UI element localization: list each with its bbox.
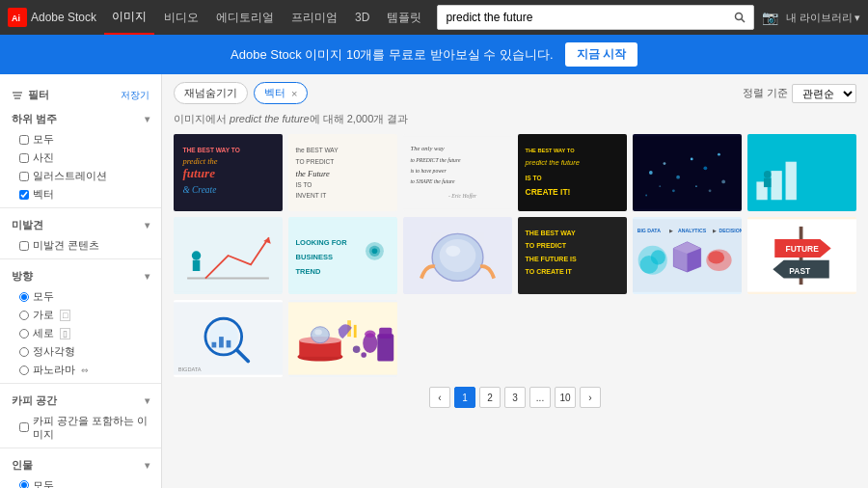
image-card-5[interactable] xyxy=(633,134,742,211)
svg-text:IS TO: IS TO xyxy=(526,175,542,181)
svg-point-82 xyxy=(708,251,724,263)
image-card-1[interactable]: THE BEST WAY TO predict the future & Cre… xyxy=(174,134,283,211)
image-card-4[interactable]: THE BEST WAY TO predict the future IS TO… xyxy=(518,134,627,211)
svg-text:THE BEST WAY TO: THE BEST WAY TO xyxy=(526,148,576,153)
subcategory-all[interactable]: 모두 xyxy=(0,130,161,149)
svg-text:to PREDICT the future: to PREDICT the future xyxy=(411,157,461,163)
image-card-3[interactable]: The only way to PREDICT the future is to… xyxy=(403,134,512,211)
image-card-10[interactable]: THE BEST WAY TO PREDICT THE FUTURE IS TO… xyxy=(518,217,627,294)
image-7-svg xyxy=(174,217,283,294)
people-chevron: ▾ xyxy=(145,460,149,471)
filter-chip-vector-remove[interactable]: × xyxy=(291,88,297,99)
image-card-8[interactable]: LOOKING FOR BUSINESS TREND xyxy=(288,217,397,294)
orientation-portrait[interactable]: 세로 ▯ xyxy=(0,324,161,342)
nav-templates[interactable]: 템플릿 xyxy=(379,0,429,35)
svg-text:THE FUTURE IS: THE FUTURE IS xyxy=(526,256,578,262)
save-filter-label[interactable]: 저장기 xyxy=(121,89,149,102)
svg-text:BIG DATA: BIG DATA xyxy=(637,228,661,233)
banner-cta-button[interactable]: 지금 시작 xyxy=(565,42,637,67)
svg-point-32 xyxy=(676,176,680,179)
orientation-all-radio[interactable] xyxy=(19,292,29,302)
page-2-button[interactable]: 2 xyxy=(479,387,501,408)
copy-space-label: 카피 공간 xyxy=(12,393,57,408)
library-button[interactable]: 내 라이브러리 ▾ xyxy=(786,11,860,25)
orientation-portrait-radio[interactable] xyxy=(19,329,29,339)
svg-text:BIGDATA: BIGDATA xyxy=(178,366,202,372)
sidebar-filter-header: 필터 저장기 xyxy=(0,82,161,106)
subcategory-illustration[interactable]: 일러스트레이션 xyxy=(0,167,161,185)
image-card-11[interactable]: BIG DATA ▶ ANALYTICS ▶ DECISIONS xyxy=(633,217,742,294)
orientation-header[interactable]: 방향 ▾ xyxy=(0,263,161,287)
svg-point-38 xyxy=(672,189,675,192)
page-last-button[interactable]: 10 xyxy=(555,387,576,408)
sort-select[interactable]: 관련순 최신순 인기순 xyxy=(792,84,856,103)
image-card-7[interactable] xyxy=(174,217,283,294)
undiscovered-checkbox[interactable] xyxy=(19,241,29,251)
copy-space-checkbox-item[interactable]: 카피 공간을 포함하는 이미지 xyxy=(0,412,161,444)
banner-text: Adobe Stock 이미지 10개를 무료로 받아보실 수 있습니다. xyxy=(231,46,553,64)
people-all-radio[interactable] xyxy=(19,480,29,488)
nav-premium[interactable]: 프리미엄 xyxy=(284,0,345,35)
image-card-12[interactable]: FUTURE PAST xyxy=(747,217,856,294)
orientation-all-label: 모두 xyxy=(33,289,54,304)
svg-text:Ai: Ai xyxy=(12,14,20,23)
nav-images[interactable]: 이미지 xyxy=(104,0,154,35)
image-card-2[interactable]: the BEST WAY TO PREDICT the Future IS TO… xyxy=(288,134,397,211)
filter-label: 필터 xyxy=(12,88,49,102)
svg-text:▶: ▶ xyxy=(713,228,717,233)
nav-editorial[interactable]: 에디토리얼 xyxy=(208,0,282,35)
subcategory-illustration-label: 일러스트레이션 xyxy=(33,169,107,183)
orientation-portrait-label: 세로 xyxy=(33,326,54,340)
nav-video[interactable]: 비디오 xyxy=(156,0,206,35)
search-input[interactable] xyxy=(438,6,726,29)
prev-page-button[interactable]: ‹ xyxy=(429,387,450,408)
subcategory-header[interactable]: 하위 범주 ▾ xyxy=(0,106,161,130)
filter-chip-vector-label: 벡터 xyxy=(264,86,285,100)
page-3-button[interactable]: 3 xyxy=(504,387,526,408)
subcategory-photo[interactable]: 사진 xyxy=(0,149,161,167)
camera-icon[interactable]: 📷 xyxy=(762,10,778,25)
filter-chip-hide[interactable]: 재넘숨기기 xyxy=(174,82,248,104)
copy-space-header[interactable]: 카피 공간 ▾ xyxy=(0,388,161,412)
orientation-square[interactable]: 정사각형 xyxy=(0,342,161,361)
subcategory-vector-label: 벡터 xyxy=(33,187,54,202)
image-card-14[interactable] xyxy=(288,300,397,377)
orientation-all[interactable]: 모두 xyxy=(0,287,161,306)
image-card-13[interactable]: BIGDATA xyxy=(174,300,283,377)
orientation-landscape-radio[interactable] xyxy=(19,311,29,320)
svg-point-34 xyxy=(703,166,707,170)
page-1-button[interactable]: 1 xyxy=(454,387,475,408)
svg-text:FUTURE: FUTURE xyxy=(786,244,820,254)
undiscovered-content[interactable]: 미발견 콘텐츠 xyxy=(0,236,161,255)
subcategory-all-checkbox[interactable] xyxy=(19,135,29,145)
orientation-panorama-radio[interactable] xyxy=(19,366,29,375)
nav-3d[interactable]: 3D xyxy=(347,0,377,35)
subcategory-photo-checkbox[interactable] xyxy=(19,153,29,163)
image-card-6[interactable] xyxy=(747,134,856,211)
svg-line-3 xyxy=(741,19,745,23)
undiscovered-header[interactable]: 미발견 ▾ xyxy=(0,212,161,236)
next-page-button[interactable]: › xyxy=(580,387,601,408)
pagination: ‹ 1 2 3 ... 10 › xyxy=(174,387,856,408)
orientation-landscape[interactable]: 가로 □ xyxy=(0,306,161,324)
svg-text:is to have power: is to have power xyxy=(411,168,448,174)
subcategory-vector-checkbox[interactable] xyxy=(19,190,29,200)
people-all-label: 모두 xyxy=(33,478,54,488)
image-card-9[interactable] xyxy=(403,217,512,294)
svg-rect-104 xyxy=(354,325,357,338)
svg-text:The only way: The only way xyxy=(411,145,445,151)
people-header[interactable]: 인물 ▾ xyxy=(0,452,161,476)
svg-point-36 xyxy=(721,180,725,184)
svg-rect-45 xyxy=(786,162,797,201)
copy-space-checkbox[interactable] xyxy=(19,422,29,432)
subcategory-vector[interactable]: 벡터 xyxy=(0,185,161,203)
svg-point-35 xyxy=(718,153,720,156)
orientation-square-radio[interactable] xyxy=(19,347,29,357)
search-button[interactable] xyxy=(726,12,753,23)
svg-point-50 xyxy=(192,251,201,259)
filter-chip-vector[interactable]: 벡터 × xyxy=(254,82,308,104)
svg-point-2 xyxy=(735,14,742,20)
people-all[interactable]: 모두 xyxy=(0,476,161,488)
orientation-panorama[interactable]: 파노라마 ⇔ xyxy=(0,361,161,379)
subcategory-illustration-checkbox[interactable] xyxy=(19,172,29,181)
